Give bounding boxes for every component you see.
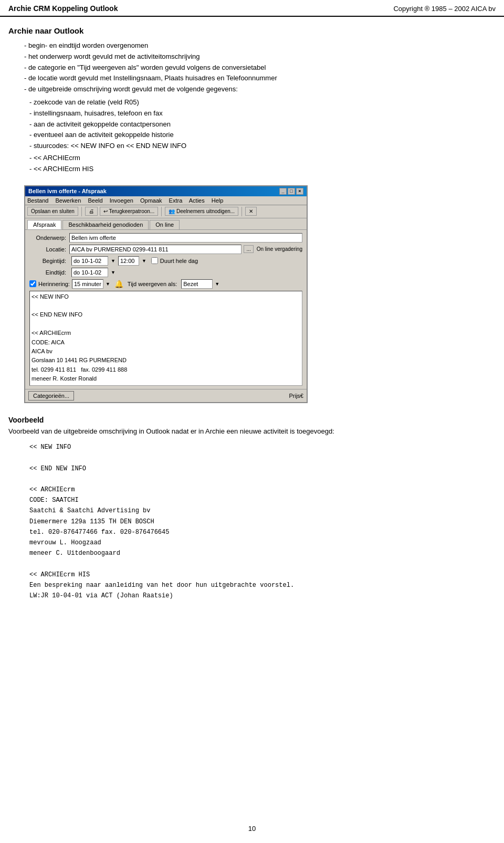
eindtijd-row: Eindtijd: ▼ [29,268,302,277]
menu-help[interactable]: Help [212,197,224,204]
textarea-line [32,302,300,310]
textarea-line: AICA bv [32,347,300,355]
list-item: de uitgebreide omschrijving wordt gevuld… [24,84,496,95]
outlook-tabs: Afspraak Beschikbaarheid genodioden On l… [25,218,307,230]
tijd-weergeven-label: Tijd weergeven als: [128,281,177,287]
description-textarea[interactable]: << NEW INFO << END NEW INFO << ARCHIEcrm… [29,291,302,386]
archiecrm-label: << ARCHIEcrm [29,485,496,495]
sub-list-item: aan de activiteit gekoppelde contactpers… [29,119,496,130]
outlook-body: Onderwerp: Locatie: ... On line vergader… [25,230,307,389]
titlebar-buttons: _ □ × [279,188,303,195]
locatie-browse-button[interactable]: ... [244,245,253,253]
outlook-window-title: Bellen ivm offerte - Afspraak [28,188,107,194]
spacer-line [29,453,496,463]
duurt-hele-dag-label: Duurt hele dag [160,258,198,264]
page-number: 10 [248,825,256,833]
outlook-menubar: Bestand Bewerken Beeld Invoegen Opmaak E… [25,196,307,205]
outlook-toolbar: Opslaan en sluiten 🖨 ↩ Terugkeerpatroon.… [25,205,307,218]
list-item: de locatie wordt gevuld met Instellingsn… [24,73,496,84]
outlook-footer: Categorieën... Prijs€ [25,389,307,402]
locatie-input[interactable] [69,245,242,254]
begintijd-label: Begintijd: [29,258,66,264]
archiecrm-contact1: mevrouw L. Hoogzaad [29,538,496,548]
tab-beschikbaarheid[interactable]: Beschikbaarheid genodioden [62,220,149,229]
categories-button[interactable]: Categorieën... [28,391,74,401]
outlook-window: Bellen ivm offerte - Afspraak _ □ × Best… [24,185,308,404]
toolbar-separator-3 [242,207,242,216]
textarea-line: meneer R. Koster Ronald [32,375,300,383]
section-heading: Archie naar Outlook [8,26,496,35]
sub-list-item: eventueel aan de activiteit gekoppelde h… [29,130,496,141]
archiecrm-his-label: << ARCHIEcrm HIS [29,570,496,580]
begintijd-time-input[interactable] [118,256,139,266]
textarea-line: tel. 0299 411 811 fax. 0299 411 888 [32,366,300,374]
textarea-line: Gorslaan 10 1441 RG PURMEREND [32,356,300,364]
deelnemers-button[interactable]: 👥 Deelnemers uitnodigen... [165,207,238,216]
menu-acties[interactable]: Acties [189,197,205,204]
tab-afspraak[interactable]: Afspraak [27,220,61,229]
list-item: de categorie en "Tijd weergeven als" wor… [24,62,496,73]
archiecrm-name: Saatchi & Saatchi Advertising bv [29,506,496,516]
tijd-weergeven-arrow: ▼ [215,281,219,287]
archiecrm-code: CODE: SAATCHI [29,496,496,505]
onderwerp-label: Onderwerp: [29,235,66,241]
herinnering-row: Herinnering: ▼ 🔔 Tijd weergeven als: ▼ [29,279,302,289]
sub-list-item: << ARCHIEcrm [29,153,496,164]
textarea-line: << ARCHIEcrm [32,329,300,337]
save-close-button[interactable]: Opslaan en sluiten [27,207,78,216]
herinnering-label: Herinnering: [38,281,70,287]
archiecrm-contact2: meneer C. Uitdenboogaard [29,549,496,559]
online-vergadering-label: On line vergadering [257,246,302,252]
list-item: begin- en eindtijd worden overgenomen [24,40,496,51]
herinnering-input[interactable] [72,279,103,289]
menu-bewerken[interactable]: Bewerken [55,197,81,204]
menu-bestand[interactable]: Bestand [27,197,48,204]
textarea-line: CODE: AICA [32,339,300,346]
locatie-row: Locatie: ... On line vergadering [29,245,302,254]
begintijd-date-arrow: ▼ [111,258,116,264]
toolbar-separator-2 [161,207,162,216]
begintijd-date-input[interactable] [71,256,108,266]
herinnering-arrow: ▼ [106,281,110,287]
spacer-line [29,475,496,484]
close-button[interactable]: × [296,188,303,195]
page-header: Archie CRM Koppeling Outlook Copyright ®… [0,0,504,17]
herinnering-checkbox[interactable] [29,280,36,287]
header-title: Archie CRM Koppeling Outlook [8,4,118,13]
cancel-toolbar-button[interactable]: ✕ [245,207,257,216]
textarea-line: << END NEW INFO [32,311,300,319]
new-info-label: << NEW INFO [29,442,496,452]
print-button[interactable]: 🖨 [85,207,98,216]
menu-extra[interactable]: Extra [169,197,183,204]
spacer-line [29,559,496,569]
eindtijd-label: Eindtijd: [29,269,66,276]
eindtijd-date-arrow: ▼ [111,270,116,275]
toolbar-separator [81,207,82,216]
begintijd-time-arrow: ▼ [142,258,146,264]
minimize-button[interactable]: _ [279,188,287,195]
sub-bullet-list: zoekcode van de relatie (veld R05) inste… [29,97,496,152]
onderwerp-row: Onderwerp: [29,233,302,243]
onderwerp-input[interactable] [69,233,302,243]
tab-online[interactable]: On line [150,220,180,229]
list-item: het onderwerp wordt gevuld met de activi… [24,51,496,62]
sub-list-item: zoekcode van de relatie (veld R05) [29,97,496,108]
end-new-info-label: << END NEW INFO [29,464,496,474]
sub-list-item: stuurcodes: << NEW INFO en << END NEW IN… [29,141,496,152]
maximize-button[interactable]: □ [288,188,295,195]
bell-icon: 🔔 [114,280,123,288]
example-intro: Voorbeeld van de uitgebreide omschrijvin… [8,426,496,437]
page-content: Archie naar Outlook begin- en eindtijd w… [0,26,504,615]
tijd-weergeven-input[interactable] [181,279,213,289]
duurt-hele-dag-checkbox[interactable] [151,257,158,264]
menu-beeld[interactable]: Beeld [88,197,102,204]
menu-invoegen[interactable]: Invoegen [110,197,133,204]
locatie-label: Locatie: [29,246,66,252]
eindtijd-date-input[interactable] [71,268,108,277]
menu-opmaak[interactable]: Opmaak [140,197,162,204]
sub-list-item: instellingsnaam, huisadres, telefoon en … [29,108,496,119]
terugkeerpatroon-button[interactable]: ↩ Terugkeerpatroon... [100,207,158,216]
page-footer: 10 [0,825,504,833]
sub-list-item: << ARCHIEcrm HIS [29,164,496,175]
intro-bullet-list: begin- en eindtijd worden overgenomen he… [24,40,496,95]
